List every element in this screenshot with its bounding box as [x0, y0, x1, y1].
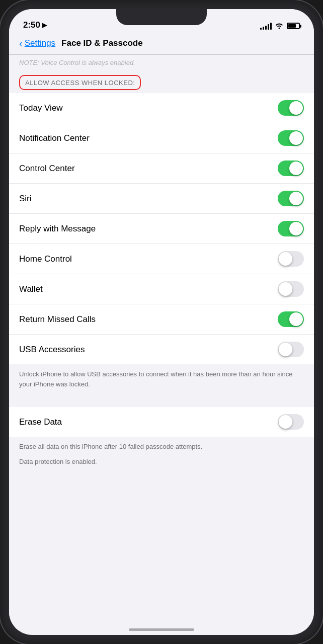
toggle-reply-with-message[interactable]: [278, 221, 304, 236]
top-note-text: NOTE: Voice Control is always enabled.: [19, 59, 135, 66]
erase-footer-text2: Data protection is enabled.: [19, 457, 304, 467]
back-button[interactable]: ‹ Settings: [19, 38, 55, 48]
home-indicator: [129, 628, 194, 631]
battery-icon: [287, 23, 300, 29]
top-note-area: NOTE: Voice Control is always enabled.: [9, 55, 314, 70]
status-time: 2:50 ▶: [23, 20, 47, 30]
toggle-knob: [279, 343, 292, 356]
toggle-usb-accessories[interactable]: [278, 342, 304, 357]
toggle-knob: [289, 222, 303, 235]
toggle-wallet[interactable]: [278, 281, 304, 297]
phone-frame: 2:50 ▶: [0, 0, 323, 644]
toggle-knob: [289, 192, 303, 205]
toggle-knob: [279, 252, 292, 266]
toggle-home-control[interactable]: [278, 251, 304, 267]
settings-row: Reply with Message: [9, 214, 314, 244]
screen: 2:50 ▶: [9, 9, 314, 635]
row-label: Return Missed Calls: [19, 314, 96, 325]
erase-data-row: Erase Data: [9, 407, 314, 437]
signal-bars-icon: [260, 23, 272, 30]
toggle-knob: [289, 131, 303, 145]
toggle-control-center[interactable]: [278, 160, 304, 176]
toggle-knob: [289, 101, 303, 115]
erase-data-group: Erase Data: [9, 407, 314, 437]
allow-access-header-highlight: ALLOW ACCESS WHEN LOCKED:: [19, 75, 141, 90]
erase-data-toggle[interactable]: [278, 414, 304, 430]
nav-bar: ‹ Settings Face ID & Passcode: [9, 34, 314, 55]
settings-row: Return Missed Calls: [9, 304, 314, 335]
toggle-knob: [279, 415, 292, 429]
toggle-knob: [279, 282, 292, 296]
erase-footer-area: Erase all data on this iPhone after 10 f…: [9, 437, 314, 475]
back-label[interactable]: Settings: [25, 38, 55, 48]
settings-row: Wallet: [9, 274, 314, 304]
toggle-knob: [289, 162, 303, 175]
toggle-today-view[interactable]: [278, 100, 304, 116]
page-title: Face ID & Passcode: [61, 38, 143, 48]
row-label: USB Accessories: [19, 345, 85, 355]
row-label: Wallet: [19, 284, 43, 294]
toggle-notification-center[interactable]: [278, 130, 304, 146]
locked-access-group: Today ViewNotification CenterControl Cen…: [9, 93, 314, 364]
settings-row: Notification Center: [9, 123, 314, 153]
allow-access-header-text: ALLOW ACCESS WHEN LOCKED:: [25, 79, 135, 87]
back-chevron-icon: ‹: [19, 38, 23, 48]
row-label: Reply with Message: [19, 224, 96, 234]
toggle-knob: [289, 312, 303, 326]
usb-footer-text: Unlock iPhone to allow USB accessories t…: [9, 364, 314, 398]
content-area: NOTE: Voice Control is always enabled. A…: [9, 55, 314, 630]
row-label: Control Center: [19, 164, 75, 174]
row-label: Today View: [19, 103, 63, 113]
location-icon: ▶: [42, 22, 47, 29]
settings-row: USB Accessories: [9, 335, 314, 364]
settings-row: Control Center: [9, 153, 314, 184]
row-label: Siri: [19, 194, 32, 204]
toggle-siri[interactable]: [278, 191, 304, 206]
settings-row: Today View: [9, 93, 314, 123]
settings-row: Siri: [9, 184, 314, 214]
row-label: Notification Center: [19, 133, 90, 143]
section-header-area: ALLOW ACCESS WHEN LOCKED:: [9, 70, 314, 93]
notch: [116, 9, 207, 25]
wifi-icon: [275, 22, 284, 30]
settings-row: Home Control: [9, 244, 314, 274]
toggle-return-missed-calls[interactable]: [278, 311, 304, 327]
time-display: 2:50: [23, 20, 40, 30]
row-label: Home Control: [19, 254, 72, 264]
erase-footer-text1: Erase all data on this iPhone after 10 f…: [19, 442, 304, 452]
status-icons: [260, 22, 300, 30]
erase-data-label: Erase Data: [19, 417, 62, 427]
